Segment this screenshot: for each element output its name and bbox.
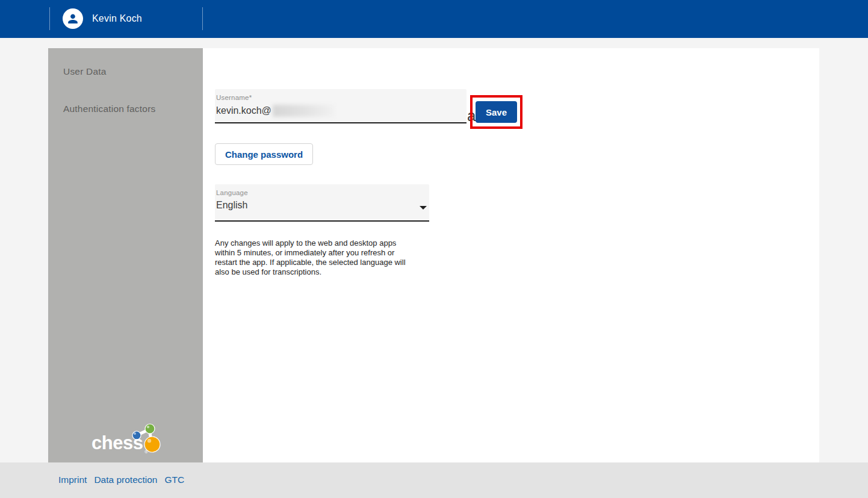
language-label: Language bbox=[216, 189, 428, 196]
sidebar-item-authentication-factors[interactable]: Authentication factors bbox=[48, 95, 203, 123]
save-button[interactable]: Save bbox=[476, 101, 517, 123]
footer-links: Imprint Data protection GTC bbox=[58, 475, 184, 485]
footer: Imprint Data protection GTC bbox=[0, 462, 868, 498]
topbar: Kevin Koch bbox=[0, 0, 868, 38]
change-password-button[interactable]: Change password bbox=[215, 143, 313, 165]
username-field[interactable]: Username* kevin.koch@ bbox=[215, 89, 467, 123]
avatar bbox=[63, 8, 83, 29]
sidebar-item-user-data[interactable]: User Data bbox=[48, 58, 203, 86]
chevron-down-icon bbox=[420, 206, 427, 210]
help-text: Any changes will apply to the web and de… bbox=[215, 238, 417, 277]
screen: Kevin Koch User Data Authentication fact… bbox=[0, 0, 868, 498]
chess-logo: chess ® bbox=[90, 420, 169, 458]
redacted-username-domain bbox=[273, 105, 334, 117]
topbar-divider-left bbox=[49, 7, 50, 30]
user-menu[interactable]: Kevin Koch bbox=[63, 8, 142, 29]
annotation-red-rectangle: Save bbox=[470, 95, 522, 129]
chess-logo-text: chess bbox=[91, 432, 143, 454]
username-label: Username* bbox=[216, 94, 465, 101]
language-select[interactable]: Language English bbox=[215, 184, 429, 222]
user-name: Kevin Koch bbox=[92, 13, 142, 24]
footer-link-gtc[interactable]: GTC bbox=[165, 475, 185, 485]
person-icon bbox=[66, 12, 79, 25]
language-value: English bbox=[216, 200, 247, 211]
footer-link-imprint[interactable]: Imprint bbox=[58, 475, 87, 485]
registered-trademark-mark: ® bbox=[144, 449, 148, 455]
topbar-divider-right bbox=[202, 7, 203, 30]
footer-link-data-protection[interactable]: Data protection bbox=[94, 475, 157, 485]
username-value: kevin.koch@ bbox=[216, 105, 271, 116]
